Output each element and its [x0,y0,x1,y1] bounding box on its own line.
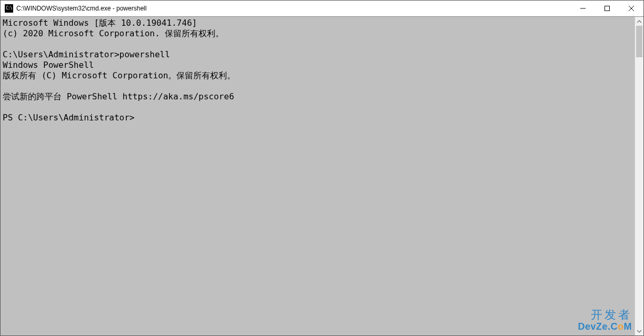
terminal-line: Windows PowerShell [3,60,94,70]
terminal-line: 尝试新的跨平台 PowerShell https://aka.ms/pscore… [3,91,234,101]
scroll-track[interactable] [635,26,643,327]
terminal-line: C:\Users\Administrator>powershell [3,49,170,59]
titlebar[interactable]: C:\ C:\WINDOWS\system32\cmd.exe - powers… [1,1,643,17]
terminal-line: PS C:\Users\Administrator> [3,113,134,123]
terminal-body: Microsoft Windows [版本 10.0.19041.746] (c… [1,17,643,335]
minimize-button[interactable] [571,1,595,16]
window-controls [571,1,643,16]
window-title: C:\WINDOWS\system32\cmd.exe - powershell [16,5,571,12]
chevron-up-icon [637,19,641,24]
terminal-line: 版权所有 (C) Microsoft Corporation。保留所有权利。 [3,70,235,80]
svg-rect-1 [605,6,610,11]
cmd-window: C:\ C:\WINDOWS\system32\cmd.exe - powers… [0,0,644,336]
scroll-thumb[interactable] [636,26,642,57]
cmd-icon: C:\ [5,4,13,13]
scroll-down-button[interactable] [635,327,643,335]
chevron-down-icon [637,329,641,333]
vertical-scrollbar[interactable] [635,17,643,335]
terminal-line: (c) 2020 Microsoft Corporation. 保留所有权利。 [3,28,224,38]
terminal-content[interactable]: Microsoft Windows [版本 10.0.19041.746] (c… [1,17,635,335]
scroll-up-button[interactable] [635,17,643,26]
minimize-icon [580,6,586,11]
maximize-button[interactable] [595,1,619,16]
close-button[interactable] [619,1,643,16]
maximize-icon [605,6,610,11]
close-icon [629,6,634,11]
terminal-line: Microsoft Windows [版本 10.0.19041.746] [3,18,197,28]
cmd-icon-glyph: C:\ [6,6,12,11]
